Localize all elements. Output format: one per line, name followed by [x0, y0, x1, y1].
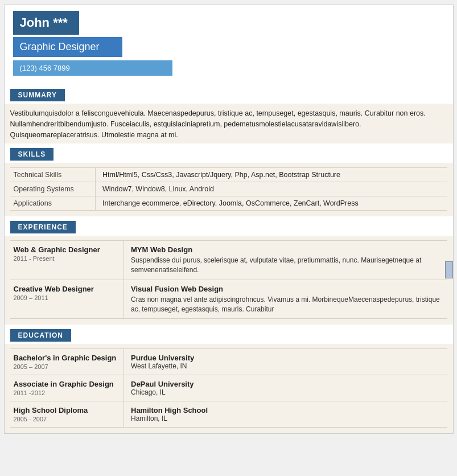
skills-label: SKILLS: [10, 148, 54, 161]
skill-value: Html/Html5, Css/Css3, Javascript/Jquery,…: [96, 168, 447, 182]
skills-row: Operating Systems Window7, Window8, Linu…: [10, 182, 447, 196]
edu-location: West Lafayette, IN: [131, 362, 444, 370]
experience-row: Creative Web Designer 2009 – 2011 Visual…: [10, 280, 447, 319]
summary-section-header: SUMMARY: [5, 84, 453, 104]
exp-company: Visual Fusion Web Design: [131, 285, 444, 293]
summary-section: Vestibulumquisdolor a felisconguevehicul…: [5, 104, 453, 143]
edu-years: 2005 – 2007: [14, 363, 121, 370]
skill-category: Operating Systems: [10, 182, 96, 196]
education-section: Bachelor's in Graphic Design 2005 – 2007…: [5, 344, 453, 433]
skills-section: Technical Skills Html/Html5, Css/Css3, J…: [5, 163, 453, 216]
experience-label: EXPERIENCE: [10, 221, 76, 233]
edu-years: 2005 - 2007: [14, 416, 121, 422]
summary-label: SUMMARY: [10, 89, 65, 101]
resume-page: John *** Graphic Designer (123) 456 7899…: [4, 5, 454, 434]
edu-left: Associate in Graphic Design 2011 -2012: [10, 375, 124, 401]
edu-left: Bachelor's in Graphic Design 2005 – 2007: [10, 349, 124, 375]
edu-school: Hamilton High School: [131, 406, 444, 415]
exp-left: Web & Graphic Designer 2011 - Present: [10, 241, 124, 280]
education-table: Bachelor's in Graphic Design 2005 – 2007…: [10, 348, 447, 428]
exp-right: MYM Web Design Suspendisse dui purus, sc…: [124, 241, 447, 280]
skills-table: Technical Skills Html/Html5, Css/Css3, J…: [10, 167, 447, 211]
edu-school: Purdue University: [131, 354, 444, 362]
skill-value: Interchange ecommerce, eDirectory, Jooml…: [96, 196, 447, 211]
education-row: Bachelor's in Graphic Design 2005 – 2007…: [10, 349, 447, 375]
candidate-phone: (123) 456 7899: [20, 64, 70, 72]
exp-right: Visual Fusion Web Design Cras non magna …: [124, 280, 447, 319]
exp-left: Creative Web Designer 2009 – 2011: [10, 280, 124, 319]
summary-text: Vestibulumquisdolor a felisconguevehicul…: [10, 108, 447, 140]
edu-location: Chicago, IL: [131, 388, 444, 396]
skill-category: Technical Skills: [10, 168, 96, 182]
exp-job-title: Web & Graphic Designer: [14, 245, 121, 254]
edu-location: Hamilton, IL: [131, 415, 444, 422]
exp-job-title: Creative Web Designer: [14, 285, 121, 293]
experience-table: Web & Graphic Designer 2011 - Present MY…: [10, 240, 447, 319]
title-bar: Graphic Designer: [13, 37, 122, 57]
name-bar: John ***: [13, 11, 79, 35]
edu-degree: High School Diploma: [14, 406, 121, 415]
exp-description: Suspendisse dui purus, scelerisque at, v…: [131, 256, 444, 275]
phone-bar: (123) 456 7899: [13, 60, 172, 76]
scrollbar[interactable]: [445, 261, 453, 278]
skills-row: Applications Interchange ecommerce, eDir…: [10, 196, 447, 211]
education-row: Associate in Graphic Design 2011 -2012 D…: [10, 375, 447, 401]
experience-row: Web & Graphic Designer 2011 - Present MY…: [10, 241, 447, 280]
skill-category: Applications: [10, 196, 96, 211]
header: John *** Graphic Designer (123) 456 7899: [5, 5, 453, 84]
edu-degree: Associate in Graphic Design: [14, 380, 121, 388]
experience-section: Web & Graphic Designer 2011 - Present MY…: [5, 236, 453, 325]
education-label: EDUCATION: [10, 329, 71, 342]
edu-right: Hamilton High School Hamilton, IL: [124, 401, 447, 428]
exp-years: 2009 – 2011: [14, 294, 121, 301]
skills-section-header: SKILLS: [5, 143, 453, 163]
candidate-title: Graphic Designer: [20, 41, 100, 52]
candidate-name: John ***: [20, 15, 68, 30]
edu-right: DePaul University Chicago, IL: [124, 375, 447, 401]
exp-years: 2011 - Present: [14, 255, 121, 262]
education-section-header: EDUCATION: [5, 325, 453, 344]
education-row: High School Diploma 2005 - 2007 Hamilton…: [10, 401, 447, 428]
edu-years: 2011 -2012: [14, 389, 121, 396]
edu-degree: Bachelor's in Graphic Design: [14, 354, 121, 362]
edu-school: DePaul University: [131, 380, 444, 388]
skills-row: Technical Skills Html/Html5, Css/Css3, J…: [10, 168, 447, 182]
exp-company: MYM Web Design: [131, 245, 444, 254]
experience-section-header: EXPERIENCE: [5, 216, 453, 236]
exp-description: Cras non magna vel ante adipiscingrohncu…: [131, 295, 444, 314]
skill-value: Window7, Window8, Linux, Android: [96, 182, 447, 196]
edu-left: High School Diploma 2005 - 2007: [10, 401, 124, 428]
edu-right: Purdue University West Lafayette, IN: [124, 349, 447, 375]
